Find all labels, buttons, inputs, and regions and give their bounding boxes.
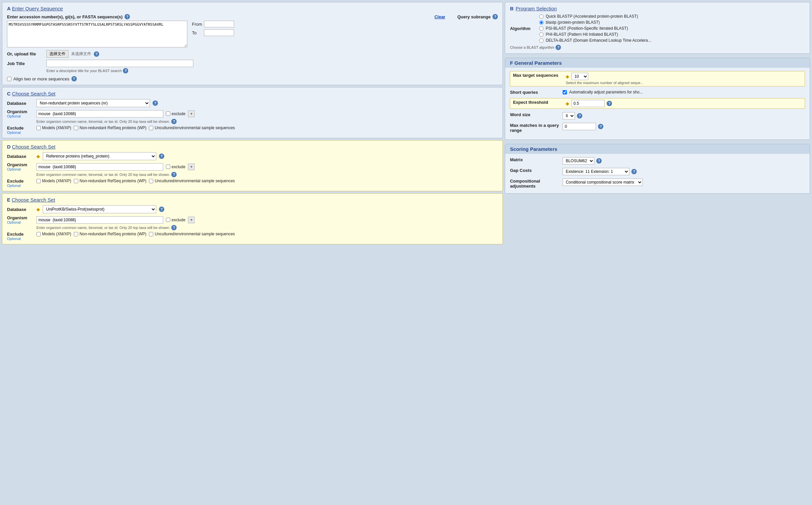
section-e-organism-label: Organism	[7, 215, 34, 220]
query-label-text: Enter accession number(s), gi(s), or FAS…	[7, 14, 123, 19]
section-e-letter: E	[7, 197, 10, 203]
algo-delta-blast-label: DELTA-BLAST (Domain Enhanced Lookup Time…	[545, 38, 651, 43]
section-c-exclude-models-label: Models (XM/XP)	[42, 126, 71, 130]
choose-algo-help-icon[interactable]: ?	[555, 45, 561, 50]
query-help-icon[interactable]: ?	[125, 14, 130, 19]
section-e-exclude-optional: Optional	[7, 237, 34, 241]
max-matches-help-icon[interactable]: ?	[598, 124, 603, 129]
algo-psi-blast-radio[interactable]	[539, 26, 543, 31]
word-size-help-icon[interactable]: ?	[577, 113, 582, 119]
section-c-db-select[interactable]: Non-redundant protein sequences (nr) Ref…	[36, 99, 150, 107]
algo-phi-blast-label: PHI-BLAST (Pattern Hit Initiated BLAST)	[545, 32, 618, 37]
section-a: A Enter Query Sequence Enter accession n…	[2, 2, 503, 85]
short-queries-hint: Automatically adjust parameters for sho.…	[569, 90, 643, 95]
job-hint-help-icon[interactable]: ?	[123, 68, 128, 73]
sequence-input[interactable]: MSTRSVSSSSYRRMFGGPGTASRPSSSRSYVTTSTRTYSL…	[7, 21, 187, 47]
section-e-title: Choose Search Set	[12, 197, 55, 203]
file-choose-button[interactable]: 选择文件	[46, 50, 68, 58]
section-a-title: Enter Query Sequence	[12, 6, 63, 11]
gap-costs-select[interactable]: Existence: 11 Extension: 1 Existence: 11…	[562, 168, 629, 175]
max-target-hint: Select the maximum number of aligned seq…	[565, 81, 802, 85]
algo-psi-blast-label: PSI-BLAST (Position-Specific Iterated BL…	[545, 26, 628, 31]
job-hint-text: Enter a descriptive title for your BLAST…	[46, 69, 122, 73]
section-d-plus-button[interactable]: +	[188, 164, 195, 170]
section-e-db-label: Database	[7, 207, 34, 212]
section-d-organism-input[interactable]: mouse (taxid:10088)	[36, 163, 163, 171]
section-c-organism-hint: Enter organism common name, binomial, or…	[36, 120, 170, 124]
section-d-organism-hint: Enter organism common name, binomial, or…	[36, 173, 170, 177]
section-d-exclude-label: Exclude	[7, 179, 34, 184]
section-c-exclude-refseq[interactable]	[74, 126, 78, 130]
subrange-help-icon[interactable]: ?	[492, 14, 498, 19]
section-d-organism-help-icon[interactable]: ?	[171, 172, 177, 177]
algo-quick-blastp-radio[interactable]	[539, 14, 543, 19]
section-e-exclude-refseq-label: Non-redundant RefSeq proteins (WP)	[79, 232, 146, 236]
section-c-exclude-optional: Optional	[7, 131, 34, 135]
section-e-organism-help-icon[interactable]: ?	[171, 225, 177, 230]
section-c-letter: C	[7, 91, 11, 97]
section-c-organism-input[interactable]: mouse (taxid:10088)	[36, 110, 163, 118]
section-e-exclude-uncultured-label: Uncultured/environmental sample sequence…	[155, 232, 235, 236]
section-c-organism-label: Organism	[7, 109, 34, 114]
section-f-title: General Parameters	[514, 60, 562, 66]
expect-threshold-input[interactable]: 0.5	[571, 100, 605, 107]
section-c-exclude-uncultured[interactable]	[149, 126, 153, 130]
section-d-exclude-checkbox[interactable]	[166, 165, 170, 169]
choose-algo-hint-text: Choose a BLAST algorithm	[510, 45, 554, 49]
section-e-exclude-refseq[interactable]	[74, 232, 78, 236]
section-c-exclude-models[interactable]	[36, 126, 41, 130]
algo-phi-blast-radio[interactable]	[539, 32, 543, 37]
section-e-db-select[interactable]: Non-redundant protein sequences (nr) Ref…	[43, 205, 156, 213]
section-d-exclude-uncultured-label: Uncultured/environmental sample sequence…	[155, 179, 235, 183]
section-d-exclude-uncultured[interactable]	[149, 179, 153, 183]
section-f-letter: F	[510, 60, 513, 66]
section-e-organism-hint: Enter organism common name, binomial, or…	[36, 226, 170, 230]
align-checkbox[interactable]	[7, 77, 11, 81]
query-subrange-label: Query subrange	[457, 14, 491, 19]
section-e-plus-button[interactable]: +	[188, 217, 195, 223]
gap-costs-help-icon[interactable]: ?	[631, 169, 637, 174]
section-b-title: Program Selection	[515, 6, 556, 11]
section-c-exclude-refseq-label: Non-redundant RefSeq proteins (WP)	[79, 126, 146, 130]
section-d-db-help-icon[interactable]: ?	[159, 154, 164, 159]
section-d-optional-label: Optional	[7, 167, 34, 171]
from-input[interactable]	[204, 21, 234, 27]
max-matches-input[interactable]: 0	[562, 123, 596, 130]
section-e-exclude-uncultured[interactable]	[149, 232, 153, 236]
job-title-input[interactable]	[46, 60, 193, 67]
algo-delta-blast-radio[interactable]	[539, 38, 543, 43]
to-input[interactable]	[204, 29, 234, 36]
section-e-db-help-icon[interactable]: ?	[159, 207, 164, 212]
clear-button[interactable]: Clear	[434, 14, 445, 19]
section-d-exclude-models-label: Models (XM/XP)	[42, 179, 71, 183]
comp-adj-label: Compositional adjustments	[510, 179, 560, 189]
algorithm-label: Algorithm	[510, 26, 536, 31]
max-target-select[interactable]: 10 50 100 250 500	[571, 73, 588, 80]
word-size-select[interactable]: 6 2 3 5 7	[562, 112, 575, 120]
align-help-icon[interactable]: ?	[71, 76, 77, 81]
matrix-help-icon[interactable]: ?	[596, 158, 602, 164]
short-queries-checkbox[interactable]	[562, 90, 567, 95]
upload-help-icon[interactable]: ?	[94, 51, 99, 57]
section-e-exclude-label: Exclude	[7, 232, 34, 237]
comp-adj-select[interactable]: Conditional compositional score matrix a…	[562, 179, 643, 186]
section-c-organism-help-icon[interactable]: ?	[171, 119, 177, 124]
section-c-db-help-icon[interactable]: ?	[153, 101, 158, 106]
matrix-select[interactable]: BLOSUM62 BLOSUM45 BLOSUM80 PAM30 PAM70	[562, 157, 594, 165]
section-d-exclude-refseq[interactable]	[74, 179, 78, 183]
section-d-exclude-refseq-label: Non-redundant RefSeq proteins (WP)	[79, 179, 146, 183]
section-d-db-select[interactable]: Non-redundant protein sequences (nr) Ref…	[43, 152, 156, 160]
section-d: D Choose Search Set Database ◆ Non-redun…	[2, 140, 503, 191]
section-c-plus-button[interactable]: +	[188, 111, 195, 117]
section-c-exclude-label: Exclude	[7, 126, 34, 131]
algo-blastp-radio[interactable]	[539, 20, 543, 25]
section-e-exclude-checkbox[interactable]	[166, 218, 170, 222]
matrix-label: Matrix	[510, 157, 560, 162]
section-e-organism-input[interactable]: mouse (taxid:10088)	[36, 216, 163, 224]
section-e-exclude-models[interactable]	[36, 232, 41, 236]
algo-quick-blastp-label: Quick BLASTP (Accelerated protein-protei…	[545, 14, 638, 19]
section-d-exclude-models[interactable]	[36, 179, 41, 183]
section-c-exclude-checkbox[interactable]	[166, 112, 170, 116]
expect-threshold-help-icon[interactable]: ?	[607, 101, 612, 106]
section-d-exclude-optional: Optional	[7, 184, 34, 188]
